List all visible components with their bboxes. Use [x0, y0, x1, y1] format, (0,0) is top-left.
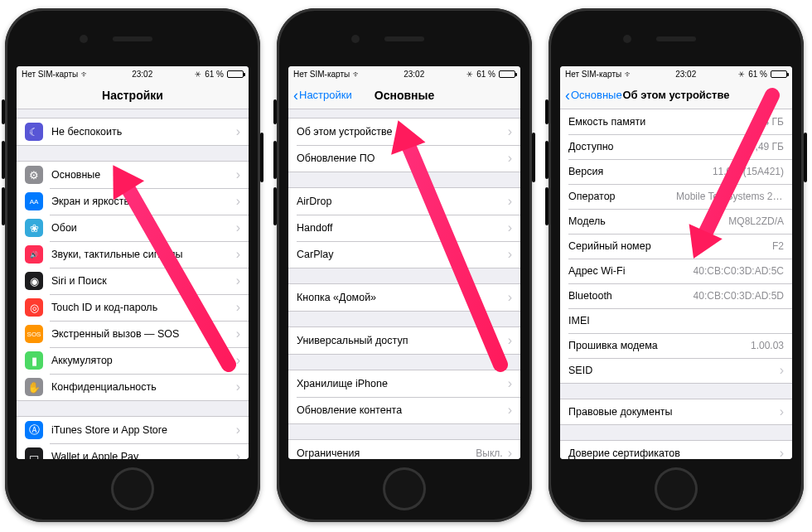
settings-row-siri[interactable]: ◉ Siri и Поиск › — [17, 268, 249, 294]
row-value: 34 ГБ — [758, 116, 784, 128]
row-label: Емкость памяти — [568, 116, 753, 128]
row-label: SEID — [568, 365, 775, 376]
about-row: Оператор Mobile TeleSystems 29.0 — [560, 184, 792, 209]
row-value: 11.0.2 (15A421) — [713, 166, 784, 177]
clock: 23:02 — [404, 70, 424, 79]
general-row[interactable]: Handoff › — [288, 215, 520, 241]
general-row[interactable]: CarPlay › — [288, 241, 520, 268]
row-label: Handoff — [297, 222, 503, 234]
phone-frame: Нет SIM-карты ᯤ 23:02 ⚹ 61 % ‹ Основные … — [549, 8, 804, 522]
chevron-right-icon: › — [236, 449, 240, 459]
general-row[interactable]: Об этом устройстве › — [288, 118, 520, 145]
chevron-right-icon: › — [236, 220, 240, 235]
row-label: Wallet и Apple Pay — [51, 451, 231, 459]
settings-row-display[interactable]: AA Экран и яркость › — [17, 188, 249, 215]
about-row: Версия 11.0.2 (15A421) — [560, 159, 792, 184]
general-row[interactable]: AirDrop › — [288, 188, 520, 215]
back-label: Основные — [571, 89, 622, 101]
row-label: Основные — [51, 169, 231, 181]
page-title: Основные — [375, 89, 435, 102]
general-row[interactable]: Ограничения Выкл. › — [288, 440, 520, 459]
content[interactable]: Об этом устройстве › Обновление ПО › Air… — [288, 109, 520, 459]
clock: 23:02 — [675, 70, 696, 79]
row-label: Обновление ПО — [297, 152, 503, 164]
battery-icon — [499, 70, 515, 78]
row-label: AirDrop — [297, 196, 503, 207]
settings-row-touchid[interactable]: ◎ Touch ID и код-пароль › — [17, 294, 249, 321]
row-label: Кнопка «Домой» — [297, 292, 503, 303]
chevron-right-icon: › — [236, 326, 240, 341]
sounds-icon: 🔊 — [25, 245, 43, 264]
about-row[interactable]: SEID › — [560, 358, 792, 383]
settings-row-appstore[interactable]: Ⓐ iTunes Store и App Store › — [17, 417, 249, 443]
chevron-right-icon: › — [236, 273, 240, 288]
about-row: Модель MQ8L2ZD/A — [560, 209, 792, 234]
navbar: ‹ Настройки Основные — [288, 81, 520, 109]
row-value: 54,49 ГБ — [744, 141, 784, 152]
battery-icon — [227, 70, 244, 78]
home-button[interactable] — [655, 467, 698, 510]
chevron-right-icon: › — [508, 403, 512, 418]
settings-row-battery[interactable]: ▮ Аккумулятор › — [17, 347, 249, 374]
content[interactable]: ☾ Не беспокоить › ⚙ Основные › AA Экран … — [17, 109, 249, 459]
settings-row-privacy[interactable]: ✋ Конфиденциальность › — [17, 374, 249, 400]
row-label: Звуки, тактильные сигналы — [51, 249, 231, 260]
chevron-left-icon: ‹ — [565, 88, 570, 103]
row-label: IMEI — [568, 315, 779, 326]
chevron-right-icon: › — [508, 124, 512, 139]
back-button[interactable]: ‹ Основные — [565, 88, 622, 103]
row-label: Версия — [568, 166, 708, 177]
row-label: Не беспокоить — [51, 126, 231, 138]
bluetooth-icon: ⚹ — [195, 70, 201, 79]
about-row[interactable]: Доверие сертификатов › — [560, 441, 792, 459]
back-button[interactable]: ‹ Настройки — [293, 88, 352, 103]
status-bar: Нет SIM-карты ᯤ 23:02 ⚹ 61 % — [560, 66, 792, 81]
settings-row-general[interactable]: ⚙ Основные › — [17, 162, 249, 188]
chevron-right-icon: › — [780, 363, 784, 378]
battery-pct: 61 % — [748, 70, 767, 79]
row-label: Touch ID и код-пароль — [51, 302, 231, 313]
row-label: Прошивка модема — [568, 340, 746, 351]
chevron-right-icon: › — [508, 220, 512, 235]
chevron-right-icon: › — [780, 446, 784, 459]
row-label: Об этом устройстве — [297, 126, 503, 138]
battery-icon: ▮ — [25, 351, 43, 370]
row-label: Доступно — [568, 141, 739, 152]
settings-row-dnd[interactable]: ☾ Не беспокоить › — [17, 118, 249, 145]
chevron-right-icon: › — [508, 333, 512, 348]
phone-frame: Нет SIM-карты ᯤ 23:02 ⚹ 61 % Настройки ☾… — [5, 8, 260, 522]
settings-row-wallpaper[interactable]: ❀ Обои › — [17, 215, 249, 241]
navbar: Настройки — [17, 81, 249, 109]
battery-icon — [771, 70, 787, 78]
general-row[interactable]: Обновление контента › — [288, 397, 520, 423]
general-row[interactable]: Хранилище iPhone › — [288, 370, 520, 397]
dnd-icon: ☾ — [25, 123, 43, 141]
content[interactable]: Емкость памяти 34 ГБ Доступно 54,49 ГБ В… — [560, 109, 792, 459]
privacy-icon: ✋ — [25, 378, 43, 396]
carrier-text: Нет SIM-карты — [293, 70, 350, 79]
settings-row-wallet[interactable]: ▭ Wallet и Apple Pay › — [17, 443, 249, 459]
battery-pct: 61 % — [205, 70, 224, 79]
about-row: Доступно 54,49 ГБ — [560, 134, 792, 159]
row-label: Серийный номер — [568, 240, 767, 252]
row-label: Универсальный доступ — [297, 335, 503, 346]
general-row[interactable]: Обновление ПО › — [288, 145, 520, 172]
back-label: Настройки — [299, 89, 352, 101]
general-row[interactable]: Кнопка «Домой» › — [288, 284, 520, 311]
about-row: Емкость памяти 34 ГБ — [560, 109, 792, 134]
status-bar: Нет SIM-карты ᯤ 23:02 ⚹ 61 % — [17, 66, 249, 81]
touchid-icon: ◎ — [25, 298, 43, 317]
home-button[interactable] — [111, 467, 154, 510]
settings-row-sos[interactable]: SOS Экстренный вызов — SOS › — [17, 321, 249, 347]
row-value: 40:CB:C0:3D:AD:5D — [694, 290, 784, 302]
about-row[interactable]: Правовые документы › — [560, 399, 792, 424]
wifi-icon: ᯤ — [81, 70, 89, 79]
row-label: CarPlay — [297, 249, 503, 260]
chevron-right-icon: › — [508, 376, 512, 391]
home-button[interactable] — [383, 467, 426, 510]
general-icon: ⚙ — [25, 166, 43, 184]
settings-row-sounds[interactable]: 🔊 Звуки, тактильные сигналы › — [17, 241, 249, 268]
row-value: Mobile TeleSystems 29.0 — [676, 191, 784, 202]
general-row[interactable]: Универсальный доступ › — [288, 327, 520, 354]
sos-icon: SOS — [25, 325, 43, 343]
